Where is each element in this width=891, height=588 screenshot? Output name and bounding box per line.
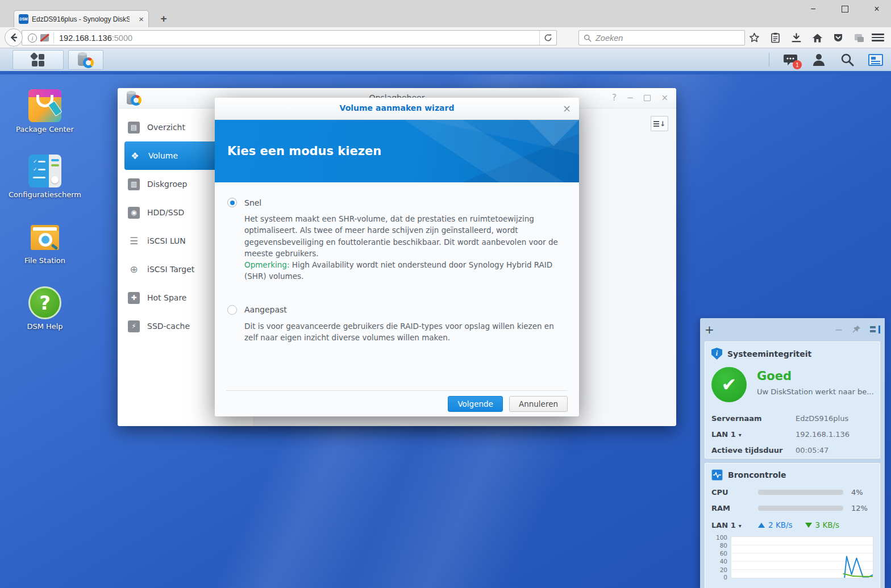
dsm-favicon: DSM — [19, 14, 28, 24]
chart-y-ticks: 1008060 40200 — [711, 536, 731, 577]
search-bar[interactable]: Zoeken — [578, 30, 745, 45]
storage-manager-icon — [78, 52, 94, 68]
ssd-cache-icon: ⚡ — [128, 320, 140, 332]
health-subtitle: Uw DiskStation werkt naar be... — [757, 387, 874, 396]
desktop-icon-file-station[interactable]: File Station — [9, 220, 81, 265]
upload-speed: 2 KB/s — [768, 520, 793, 529]
sync-disabled-icon[interactable] — [853, 32, 865, 44]
health-row-uptime: Actieve tijdsduur 00:05:47 — [711, 442, 873, 458]
window-maximize-button[interactable] — [644, 95, 651, 101]
row-label[interactable]: LAN 1▾ — [711, 430, 796, 439]
screen: − × DSM EdzDS916plus - Synology DiskStat… — [0, 0, 891, 588]
ram-label: RAM — [711, 504, 758, 512]
pocket-icon[interactable] — [832, 32, 844, 44]
widget-panel: + − i Systeemintegriteit ✔ Goed Uw DiskS… — [700, 318, 885, 588]
option-aangepast-description: Dit is voor geavanceerde gebruikers die … — [244, 320, 567, 344]
bookmarks-menu-icon[interactable] — [769, 32, 781, 44]
panel-dock-icon[interactable] — [870, 326, 880, 333]
main-menu-button[interactable] — [13, 50, 64, 70]
site-info-icon[interactable]: i — [28, 34, 37, 43]
caret-down-icon: ▾ — [739, 523, 742, 529]
new-tab-button[interactable]: + — [155, 11, 173, 26]
lan-chart: 1008060 40200 — [711, 536, 873, 578]
system-health-title: Systeemintegriteit — [727, 349, 811, 358]
search-icon — [584, 34, 592, 42]
user-options-button[interactable] — [811, 52, 826, 67]
browser-minimize-button[interactable]: − — [803, 2, 823, 16]
browser-tab[interactable]: DSM EdzDS916plus - Synology DiskStation … — [14, 10, 149, 27]
sort-lines-icon — [653, 121, 659, 127]
url-bar[interactable]: i 192.168.1.136 :5000 — [22, 30, 557, 45]
search-placeholder: Zoeken — [596, 34, 623, 43]
option-aangepast[interactable]: Aangepast — [227, 305, 552, 315]
back-arrow-icon — [9, 33, 18, 42]
hot-spare-icon: ✚ — [128, 292, 140, 304]
resource-monitor-widget: Broncontrole CPU 4% RAM 12% LAN 1▾ 2 KB/… — [705, 463, 880, 588]
radio-aangepast[interactable] — [227, 305, 237, 315]
system-health-shield-icon: i — [711, 348, 722, 360]
desktop-icon-control-panel[interactable]: ✓ ✓ Configuratiescherm — [9, 155, 81, 199]
desktop-icon-label: Configuratiescherm — [9, 190, 81, 199]
pin-icon[interactable] — [852, 325, 861, 334]
home-icon[interactable] — [811, 32, 823, 44]
sort-button[interactable]: ↓ — [651, 116, 668, 131]
reload-button[interactable] — [539, 31, 556, 45]
window-help-button[interactable]: ? — [612, 93, 617, 103]
notification-badge: 1 — [793, 60, 802, 69]
sidebar-item-label: SSD-cache — [147, 322, 190, 331]
widget-panel-button[interactable] — [868, 52, 883, 67]
wizard-banner: Kies een modus kiezen — [215, 120, 579, 182]
sort-descending-icon: ↓ — [660, 120, 665, 128]
desktop-icon-dsm-help[interactable]: ? DSM Help — [9, 286, 81, 331]
window-minimize-button[interactable]: − — [627, 93, 634, 103]
search-everywhere-button[interactable] — [840, 52, 855, 67]
radio-snel[interactable] — [227, 198, 237, 207]
browser-maximize-button[interactable] — [835, 2, 855, 16]
option-snel-description: Het systeem maakt een SHR-volume, dat de… — [244, 213, 567, 282]
option-snel[interactable]: Snel — [227, 198, 552, 207]
blocked-plugin-icon[interactable] — [40, 34, 49, 41]
url-port: :5000 — [112, 34, 132, 43]
control-panel-icon: ✓ ✓ — [28, 155, 61, 187]
person-icon — [813, 53, 825, 66]
panel-minimize-button[interactable]: − — [835, 324, 843, 335]
overview-icon: ▤ — [128, 122, 140, 134]
bookmark-star-icon[interactable] — [748, 32, 760, 44]
iscsi-target-icon: ⊕ — [128, 264, 140, 276]
desktop-icon-label: Package Center — [16, 125, 74, 134]
storage-manager-taskbar-button[interactable] — [68, 50, 103, 70]
wizard-titlebar[interactable]: Volume aanmaken wizard × — [215, 98, 579, 120]
downloads-icon[interactable] — [790, 32, 802, 44]
url-host: 192.168.1.136 — [59, 34, 112, 43]
back-button[interactable] — [5, 28, 23, 47]
sidebar-item-label: HDD/SSD — [147, 208, 184, 217]
lan-row: LAN 1▾ 2 KB/s 3 KB/s — [711, 520, 873, 529]
taskbar-separator — [769, 53, 769, 66]
download-speed: 3 KB/s — [815, 520, 840, 529]
wizard-close-icon[interactable]: × — [563, 102, 571, 114]
note-label: Opmerking: — [244, 260, 289, 269]
cancel-button[interactable]: Annuleren — [509, 396, 568, 412]
add-widget-button[interactable]: + — [705, 323, 717, 336]
browser-close-button[interactable]: × — [867, 2, 886, 16]
sidebar-item-label: Diskgroep — [147, 180, 187, 189]
menu-icon[interactable] — [872, 32, 884, 43]
magnifier-icon — [840, 53, 854, 66]
file-station-icon — [28, 220, 61, 253]
tab-close-icon[interactable]: × — [139, 14, 144, 24]
resource-monitor-icon — [711, 469, 723, 481]
desktop-icon-package-center[interactable]: Package Center — [9, 89, 81, 134]
radio-aangepast-label: Aangepast — [244, 305, 287, 314]
caret-down-icon: ▾ — [739, 432, 742, 438]
chart-plot-area — [731, 536, 873, 578]
reload-icon — [544, 34, 552, 42]
sidebar-item-label: iSCSI Target — [147, 265, 194, 274]
health-row-servernaam: Servernaam EdzDS916plus — [711, 410, 873, 426]
wizard-body: Snel Het systeem maakt een SHR-volume, d… — [215, 182, 579, 390]
main-menu-icon — [31, 53, 45, 68]
maximize-icon — [842, 6, 848, 12]
window-close-button[interactable]: × — [661, 93, 668, 103]
lan-label[interactable]: LAN 1▾ — [711, 521, 758, 529]
next-button[interactable]: Volgende — [448, 396, 503, 412]
notifications-button[interactable]: 1 — [783, 52, 798, 67]
